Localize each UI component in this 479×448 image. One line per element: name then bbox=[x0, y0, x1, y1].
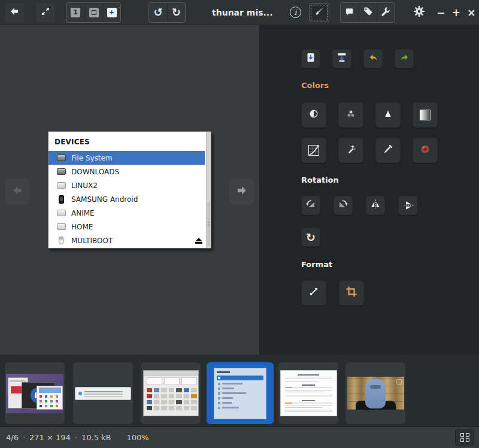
fullscreen-button[interactable] bbox=[36, 3, 55, 22]
phone-icon bbox=[59, 195, 64, 204]
previous-image-icon bbox=[11, 185, 23, 198]
info-icon: i bbox=[290, 7, 301, 18]
filmstrip-thumbnail-photo[interactable] bbox=[345, 362, 405, 424]
thumbnail-devices-screenshot bbox=[214, 368, 266, 419]
save-button[interactable] bbox=[301, 49, 320, 68]
tag-button[interactable] bbox=[359, 3, 377, 22]
device-label: SAMSUNG Android bbox=[71, 195, 138, 204]
device-label: DOWNLOADS bbox=[71, 168, 119, 176]
zoom-fit-icon bbox=[89, 8, 99, 17]
thumbnail-portrait-photo bbox=[347, 377, 404, 410]
statusbar-position: 4/6 bbox=[6, 433, 19, 442]
redo-icon bbox=[399, 53, 410, 65]
statusbar-filesize: 10.5 kB bbox=[81, 433, 111, 442]
format-section-heading: Format bbox=[301, 260, 479, 270]
metadata-button-group bbox=[340, 2, 395, 23]
flip-horizontal-button[interactable] bbox=[366, 196, 385, 215]
color-picker-button[interactable] bbox=[375, 138, 401, 163]
red-eye-removal-button[interactable] bbox=[413, 138, 438, 163]
tools-button[interactable] bbox=[377, 3, 395, 22]
device-label: HOME bbox=[71, 223, 93, 231]
crop-button[interactable] bbox=[339, 280, 364, 305]
thumbnail-dialog-screenshot bbox=[75, 387, 131, 400]
thumbnail-settings-screenshot bbox=[143, 370, 199, 416]
brightness-contrast-icon bbox=[308, 108, 319, 122]
maximize-button[interactable]: + bbox=[451, 7, 462, 19]
zoom-in-button[interactable]: + bbox=[102, 3, 120, 22]
filmstrip-thumbnail-dialog[interactable] bbox=[73, 362, 133, 424]
drive-harddisk-light-icon bbox=[57, 223, 66, 230]
statusbar-zoom-level: 100% bbox=[127, 433, 149, 442]
filmstrip-thumbnail-settings[interactable] bbox=[141, 362, 201, 424]
image-viewer-area: DEVICES File SystemDOWNLOADSLINUX2SAMSUN… bbox=[0, 25, 259, 355]
color-balance-button[interactable] bbox=[338, 102, 363, 128]
brightness-contrast-button[interactable] bbox=[301, 102, 326, 128]
curves-button[interactable] bbox=[301, 138, 326, 163]
undo-icon bbox=[368, 53, 378, 65]
next-image-button[interactable] bbox=[229, 178, 254, 205]
rotate-arbitrary-icon: ↻ bbox=[306, 232, 316, 243]
adjust-colors-button[interactable] bbox=[338, 138, 363, 163]
grid-view-icon bbox=[460, 433, 469, 442]
rotate-left-tool-icon bbox=[305, 199, 316, 212]
devices-list-rows: File SystemDOWNLOADSLINUX2SAMSUNG Androi… bbox=[48, 151, 205, 247]
zoom-original-button[interactable]: 1 bbox=[66, 3, 84, 22]
device-label: LINUX2 bbox=[71, 181, 98, 190]
eyedropper-icon bbox=[383, 144, 393, 157]
window-title: thunar mis... bbox=[212, 8, 273, 17]
colors-section-heading: Colors bbox=[301, 81, 479, 90]
grayscale-button[interactable] bbox=[413, 102, 438, 128]
crop-icon bbox=[345, 286, 357, 300]
brush-icon bbox=[314, 6, 325, 19]
displayed-image: DEVICES File SystemDOWNLOADSLINUX2SAMSUN… bbox=[48, 131, 211, 249]
edit-tools-button[interactable] bbox=[309, 3, 329, 22]
back-icon bbox=[9, 7, 20, 19]
statusbar-dimensions: 271 × 194 bbox=[29, 433, 71, 442]
settings-button[interactable] bbox=[410, 3, 429, 22]
redo-button[interactable] bbox=[395, 49, 414, 68]
device-row: ANIME bbox=[48, 206, 205, 220]
previous-image-button[interactable] bbox=[5, 178, 30, 205]
zoom-in-icon: + bbox=[107, 8, 117, 17]
resize-icon bbox=[308, 286, 319, 299]
next-image-icon bbox=[236, 185, 248, 198]
rotate-arbitrary-button[interactable]: ↻ bbox=[301, 228, 320, 247]
resize-button[interactable] bbox=[301, 280, 326, 305]
rotate-right-tool-button[interactable] bbox=[334, 196, 353, 215]
filmstrip-thumbnail-desktop[interactable] bbox=[5, 362, 65, 424]
zoom-fit-button[interactable] bbox=[84, 3, 102, 22]
statusbar-separator: · bbox=[23, 433, 25, 442]
drive-harddisk-icon bbox=[57, 168, 66, 175]
browser-view-button[interactable] bbox=[455, 429, 474, 446]
levels-button[interactable] bbox=[375, 102, 401, 128]
rotate-right-button[interactable]: ↻ bbox=[167, 3, 185, 22]
device-label: File System bbox=[71, 154, 113, 162]
filmstrip-thumbnail-devices-selected[interactable] bbox=[207, 362, 274, 424]
device-row: MULTIBOOT bbox=[48, 234, 205, 247]
filmstrip bbox=[0, 355, 479, 426]
device-row: LINUX2 bbox=[48, 178, 205, 192]
drive-harddisk-icon bbox=[57, 155, 66, 161]
filmstrip-thumbnail-document[interactable] bbox=[278, 362, 338, 424]
close-button[interactable]: × bbox=[466, 7, 477, 19]
levels-triangle-icon bbox=[383, 108, 393, 122]
back-button[interactable] bbox=[5, 3, 24, 22]
device-row: SAMSUNG Android bbox=[48, 192, 205, 206]
devices-list-scrollbar bbox=[206, 132, 211, 248]
color-balance-icon bbox=[345, 108, 356, 122]
comment-icon bbox=[345, 7, 354, 18]
thumbnail-document bbox=[280, 370, 337, 416]
save-as-button[interactable] bbox=[332, 49, 351, 68]
rotate-left-icon: ↺ bbox=[153, 7, 162, 18]
undo-button[interactable] bbox=[363, 49, 383, 68]
info-button[interactable]: i bbox=[286, 3, 305, 22]
comment-button[interactable] bbox=[341, 3, 359, 22]
gear-icon bbox=[413, 5, 425, 20]
grayscale-gradient-icon bbox=[420, 110, 431, 120]
drive-harddisk-light-icon bbox=[57, 182, 66, 189]
rotate-left-button[interactable]: ↺ bbox=[149, 3, 167, 22]
minimize-button[interactable]: − bbox=[436, 7, 447, 19]
rotate-left-tool-button[interactable] bbox=[301, 196, 320, 215]
flip-vertical-button[interactable] bbox=[398, 196, 417, 215]
zoom-button-group: 1 + bbox=[66, 2, 121, 23]
